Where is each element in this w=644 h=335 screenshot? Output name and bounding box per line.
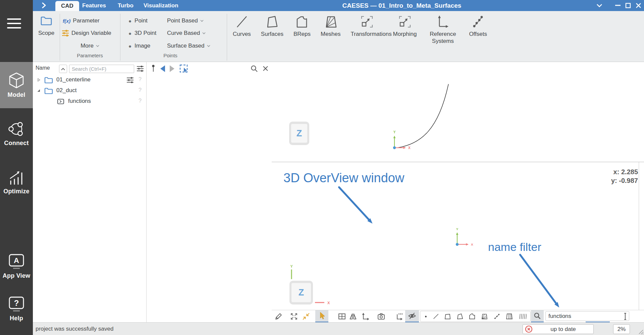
axis-x-label: X (327, 301, 330, 305)
text-cursor-icon (623, 313, 627, 320)
more-dropdown[interactable]: More (60, 42, 120, 50)
point-based-dropdown[interactable]: Point Based (167, 16, 204, 25)
folder-icon (40, 16, 52, 26)
svg-text:?: ? (14, 298, 19, 308)
forward-icon[interactable] (169, 65, 175, 72)
mesh-icon[interactable] (481, 313, 488, 320)
brep-icon[interactable] (469, 313, 476, 320)
display-toolbar (272, 310, 644, 322)
tab-cad[interactable]: CAD (55, 1, 79, 11)
search-icon (533, 312, 541, 320)
main-menu-button[interactable] (7, 18, 21, 30)
offsets-button[interactable]: Offsets (469, 14, 487, 38)
parameter-button[interactable]: f(x) Parameter (63, 16, 100, 25)
view-cube-face: Z (291, 124, 307, 143)
maximize-icon[interactable] (625, 3, 631, 8)
surface-based-dropdown[interactable]: Surface Based (167, 42, 210, 50)
scope-button[interactable]: Scope (33, 30, 60, 37)
window-title: CAESES — 01_Intro_to_Meta_Surfaces (335, 0, 469, 11)
shrink-icon[interactable] (302, 312, 310, 321)
sidebar-item-app-view[interactable]: A App View (0, 250, 33, 283)
fx-icon: f(x) (63, 18, 70, 24)
sync-status-button[interactable]: up to date (523, 324, 594, 334)
expand-icon[interactable] (290, 312, 298, 321)
curves-button[interactable]: Curves (233, 14, 251, 38)
view-cube[interactable]: Z (289, 281, 313, 305)
filter-sliders-icon[interactable] (126, 77, 134, 83)
resize-grip[interactable] (635, 326, 644, 335)
view-cube[interactable]: Z (289, 122, 309, 145)
folder-icon (44, 87, 53, 94)
tab-visualization[interactable]: Visualization (144, 0, 178, 11)
scope-folder-icon (57, 98, 64, 105)
mirror-icon[interactable] (348, 312, 358, 321)
tab-features[interactable]: Features (82, 0, 106, 11)
brep-icon (294, 14, 309, 29)
viewport-top-window[interactable]: Y X Z (272, 62, 644, 162)
3d-point-button[interactable]: ●︎ 3D Point (128, 29, 156, 38)
tree-header: Name (33, 62, 146, 75)
sidebar-item-connect[interactable]: Connect (0, 113, 33, 154)
frame-select-icon[interactable] (179, 64, 189, 73)
chevron-down-icon (207, 45, 210, 47)
ribs-icon[interactable] (505, 313, 513, 320)
design-variable-button[interactable]: Design Variable (61, 29, 111, 38)
tab-turbo[interactable]: Turbo (118, 0, 133, 11)
viewport-overview-window[interactable]: Y X Y X 3D OverView window name filter x… (272, 162, 644, 310)
search-input[interactable] (69, 65, 134, 73)
search-icon[interactable] (250, 65, 258, 73)
pencil-icon[interactable] (274, 312, 283, 321)
tree-row-01-centerline[interactable]: 01_centerline ? (33, 74, 146, 85)
curve-based-dropdown[interactable]: Curve Based (167, 29, 206, 38)
offsets-icon[interactable] (493, 313, 500, 320)
ribbon-cad: Scope f(x) Parameter Design Variable Mor… (33, 11, 644, 62)
meshes-button[interactable]: Meshes (321, 14, 341, 38)
filter-annotation-text: name filter (488, 241, 541, 254)
model-curve (397, 84, 448, 148)
name-filter-button[interactable] (531, 310, 544, 323)
sidebar-item-optimize[interactable]: Optimize (0, 163, 33, 202)
surfaces-button[interactable]: Surfaces (261, 14, 283, 38)
sort-ascending-button[interactable] (59, 65, 67, 73)
svg-text:A: A (14, 256, 19, 265)
morphing-button[interactable]: Morphing (393, 14, 417, 38)
close-icon[interactable] (636, 3, 641, 8)
expander-collapsed-icon[interactable] (37, 78, 41, 82)
sidebar-item-help[interactable]: ? Help (0, 292, 33, 326)
select-cursor-button[interactable] (315, 310, 328, 323)
filter-sliders-icon[interactable] (136, 65, 144, 72)
reference-systems-button[interactable]: Reference Systems (427, 14, 459, 45)
close-icon[interactable] (263, 66, 268, 71)
axis-x-label: X (408, 146, 411, 150)
tree-row-functions[interactable]: functions ? (33, 96, 146, 107)
tree-row-02-duct[interactable]: 02_duct ? (33, 85, 146, 96)
name-filter-input[interactable] (545, 311, 629, 321)
viewports-icon[interactable] (338, 312, 346, 321)
point-icon[interactable] (424, 313, 428, 320)
line-icon[interactable] (433, 313, 439, 320)
back-icon[interactable] (159, 65, 166, 72)
polygon-icon[interactable] (444, 313, 451, 320)
breps-button[interactable]: BReps (293, 14, 311, 38)
expand-panel-chevron-icon[interactable] (42, 2, 46, 8)
point-button[interactable]: ●︎ Point (128, 16, 148, 25)
surface-icon (265, 14, 279, 29)
pin-icon[interactable] (151, 64, 155, 72)
visibility-toggle-button[interactable] (405, 310, 419, 323)
chart-arrow-icon (8, 170, 25, 185)
mesh-icon (323, 14, 338, 29)
snapshot-icon[interactable] (377, 312, 385, 321)
hatch-icon[interactable] (518, 313, 527, 320)
transformations-button[interactable]: Transformations (351, 14, 383, 38)
minimize-icon[interactable] (615, 5, 621, 6)
sort-ascending-icon (61, 68, 65, 70)
expander-expanded-icon[interactable] (37, 89, 41, 92)
bullet-icon: ●︎ (128, 30, 131, 36)
curve-line-icon (234, 14, 249, 29)
axes-icon[interactable] (361, 312, 370, 321)
chevron-down-icon[interactable] (596, 4, 602, 8)
coordinate-axes-icon[interactable] (395, 312, 404, 321)
sidebar-item-model[interactable]: Model (0, 62, 33, 108)
surface-icon[interactable] (457, 313, 464, 320)
image-button[interactable]: ●︎ Image (128, 42, 150, 50)
